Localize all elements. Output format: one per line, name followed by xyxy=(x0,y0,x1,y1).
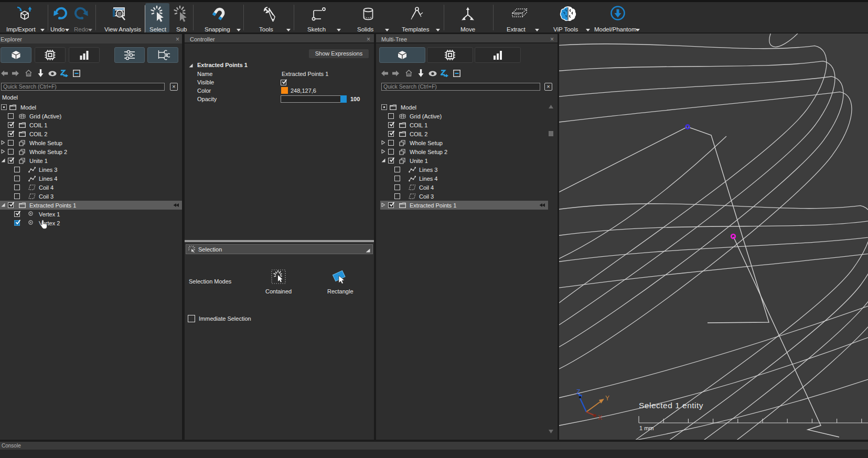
svg-text:Selected 1 entity: Selected 1 entity xyxy=(639,401,703,410)
svg-text:Z: Z xyxy=(576,388,580,396)
svg-text:X: X xyxy=(598,414,602,421)
svg-text:Y: Y xyxy=(605,395,609,402)
svg-text:1 mm: 1 mm xyxy=(639,425,654,431)
